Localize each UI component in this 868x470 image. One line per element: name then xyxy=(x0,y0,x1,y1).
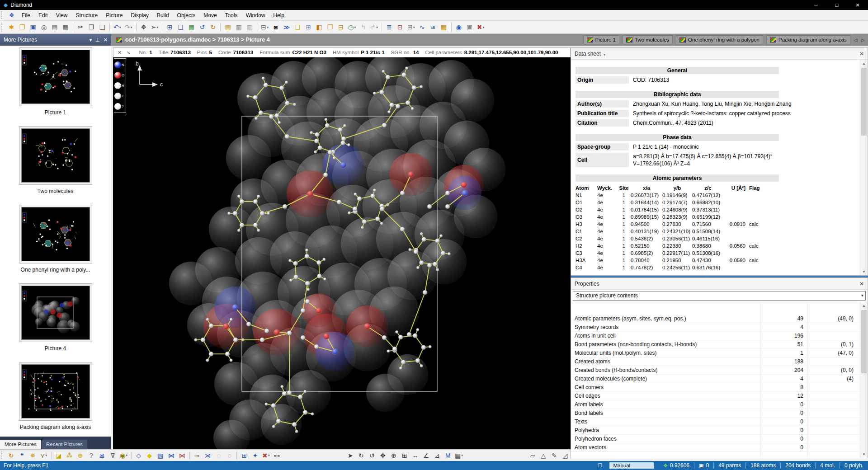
expand-info-icon[interactable]: ↘ xyxy=(124,50,132,56)
connect-atoms-button[interactable]: ⊠ xyxy=(97,451,107,461)
close-button[interactable]: ✕ xyxy=(847,0,868,10)
ring-search-red-button[interactable]: ◌ xyxy=(224,451,234,461)
destroy-bonds-button[interactable]: ⊽ xyxy=(108,451,118,461)
next-structure-button[interactable]: ≫ xyxy=(282,22,292,32)
picture-tab-1[interactable]: Picture 1 xyxy=(583,35,619,44)
new-document-button[interactable]: ✱ xyxy=(6,22,16,32)
dropdown-arrow-icon[interactable]: ▾ xyxy=(156,25,158,29)
panel-dropdown-icon[interactable]: ▾ xyxy=(604,52,606,57)
structure-viewport[interactable]: bc NOHC? xyxy=(113,57,571,449)
open-document-button[interactable]: ❒ xyxy=(17,22,27,32)
destroy-adjust-button[interactable]: ◪ xyxy=(54,451,64,461)
dropdown-arrow-icon[interactable]: ▾ xyxy=(130,25,132,29)
save-document-button[interactable]: ▣ xyxy=(28,22,38,32)
sidebar-tab-recent-pictures[interactable]: Recent Pictures xyxy=(42,440,87,449)
next-view-button[interactable]: ↱▾ xyxy=(369,22,379,32)
angles-table-button[interactable]: ▥ xyxy=(245,22,255,32)
navigation-pane-button[interactable]: ⊞ xyxy=(165,22,175,32)
document-icon[interactable]: ❖ xyxy=(9,12,14,19)
cell-edges-toggle-button[interactable]: ⊞ xyxy=(239,451,249,461)
menu-picture[interactable]: Picture xyxy=(102,11,127,20)
pan-mode-button[interactable]: ✥ xyxy=(139,22,149,32)
dropdown-arrow-icon[interactable]: ▾ xyxy=(126,453,127,457)
menu-file[interactable]: File xyxy=(18,11,34,20)
properties-close-icon[interactable]: ✕ xyxy=(859,281,864,287)
scroll-down-icon[interactable]: ▼ xyxy=(860,451,868,458)
add-all-atoms-button[interactable]: ⁂ xyxy=(65,451,75,461)
property-row[interactable]: Polyhedron faces0 xyxy=(571,435,868,443)
data-sheet-toggle-button[interactable]: ▤ xyxy=(223,22,233,32)
undo-button[interactable]: ↶▾ xyxy=(112,22,123,32)
dropdown-arrow-icon[interactable]: ▾ xyxy=(376,25,378,29)
copy-button[interactable]: ❐ xyxy=(86,22,96,32)
ring-search-yellow-button[interactable]: ◌ xyxy=(213,451,223,461)
cut-button[interactable]: ✂ xyxy=(75,22,85,32)
table-view-button[interactable]: ⊞▾ xyxy=(406,22,416,32)
report-view-button[interactable]: ≣ xyxy=(384,22,394,32)
distances-table-button[interactable]: ▥ xyxy=(234,22,244,32)
move-tool-button[interactable]: ✥ xyxy=(378,451,388,461)
scrollbar-thumb[interactable] xyxy=(861,68,867,136)
structures-browser-button[interactable]: ◙ xyxy=(271,22,281,32)
arrange-pictures-button[interactable]: ⊟ xyxy=(336,22,346,32)
bond-network-button[interactable]: ⋊ xyxy=(203,451,212,461)
new-window-button[interactable]: ❏ xyxy=(175,22,185,32)
menu-build[interactable]: Build xyxy=(153,11,173,20)
new-picture-button[interactable]: ❏ xyxy=(292,22,302,32)
rotate-tool-button[interactable]: ↻ xyxy=(356,451,366,461)
properties-scrollbar[interactable]: ▲ ▼ xyxy=(860,302,868,458)
scroll-down-icon[interactable]: ▼ xyxy=(860,268,868,275)
angle-tool-button[interactable]: ∠ xyxy=(421,451,431,461)
remove-bonds-button[interactable]: ✖▾ xyxy=(261,451,271,461)
diffraction-chart-button[interactable]: ≋ xyxy=(428,22,438,32)
filter-button[interactable]: ⋎▾ xyxy=(39,451,49,461)
help-search-button[interactable]: ◉ xyxy=(454,22,464,32)
picture-comment-button[interactable]: ❝ xyxy=(17,451,27,461)
scroll-up-icon[interactable]: ▲ xyxy=(860,60,868,67)
enlarge-tool-button[interactable]: ⊞ xyxy=(400,451,410,461)
label-tool-button[interactable]: M xyxy=(443,451,453,461)
properties-table-button[interactable]: ▦ xyxy=(439,22,449,32)
atom-design-button[interactable]: ? xyxy=(86,451,96,461)
table-layout-button[interactable]: ⊟▾ xyxy=(259,22,270,32)
export-document-button[interactable]: ▤ xyxy=(50,22,60,32)
print-button[interactable]: ▦ xyxy=(61,22,71,32)
angle-measure-tool-button[interactable]: △ xyxy=(538,451,548,461)
cell-axes-button[interactable]: ✦ xyxy=(250,451,260,461)
data-sheet-scrollbar[interactable]: ▲ ▼ xyxy=(860,60,868,275)
tab-scroll-arrows[interactable]: ◁ ▷ xyxy=(852,38,868,42)
property-row[interactable]: Created molecules (complete)4(4) xyxy=(571,375,868,383)
data-brief-button[interactable]: ⊡ xyxy=(395,22,405,32)
packing-cell-button[interactable]: ▧ xyxy=(156,451,165,461)
contacts-on-button[interactable]: ⋈ xyxy=(166,451,176,461)
select-mode-button[interactable]: ➢▾ xyxy=(150,22,160,32)
scrollbar-thumb[interactable] xyxy=(861,310,867,373)
picture-thumbnail[interactable]: Two molecules xyxy=(0,126,111,203)
menu-view[interactable]: View xyxy=(52,11,72,20)
dropdown-arrow-icon[interactable]: ▾ xyxy=(267,25,269,29)
coordination-spheres-button[interactable]: ◉▾ xyxy=(119,451,129,461)
distance-tool-button[interactable]: ↔ xyxy=(410,451,420,461)
polygon-filled-button[interactable]: ◆ xyxy=(145,451,155,461)
property-row[interactable]: Symmetry records4 xyxy=(571,323,868,332)
screenshot-button[interactable]: ▣ xyxy=(465,22,475,32)
menu-help[interactable]: Help xyxy=(269,11,288,20)
dropdown-arrow-icon[interactable]: ▾ xyxy=(354,25,356,29)
add-atom-button[interactable]: ⊕ xyxy=(75,451,85,461)
close-info-icon[interactable]: ✕ xyxy=(115,50,124,56)
dropdown-arrow-icon[interactable]: ▾ xyxy=(268,453,270,457)
picture-thumbnail[interactable]: One phenyl ring with a poly... xyxy=(0,205,111,282)
ruler-tool-button[interactable]: ▱ xyxy=(528,451,538,461)
pin-icon[interactable]: ⊥ xyxy=(95,37,100,43)
create-bond-button[interactable]: ⊸ xyxy=(192,451,202,461)
dropdown-arrow-icon[interactable]: ▾ xyxy=(45,453,47,457)
picture-tab-2[interactable]: Two molecules xyxy=(623,35,673,44)
expand-tool-button[interactable]: ◿ xyxy=(560,451,570,461)
dropdown-arrow-icon[interactable]: ▾ xyxy=(119,25,121,29)
property-row[interactable]: Molecular units (mol./polym. sites)1(47,… xyxy=(571,349,868,357)
maximize-button[interactable]: □ xyxy=(826,0,847,10)
menu-move[interactable]: Move xyxy=(199,11,221,20)
property-row[interactable]: Atomic parameters (asym. sites, sym.eq. … xyxy=(571,315,868,323)
paste-button[interactable]: ❑ xyxy=(97,22,107,32)
iron-bond-button[interactable]: ⊷ xyxy=(272,451,282,461)
